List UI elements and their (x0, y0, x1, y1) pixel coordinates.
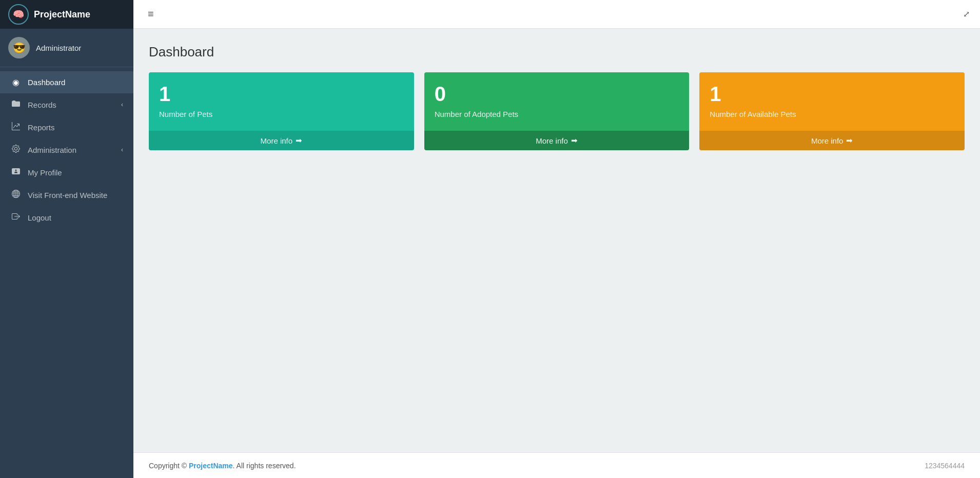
sidebar-item-label: Logout (28, 213, 51, 222)
sidebar: 🧠 ProjectName 😎 Administrator ◉ Dashboar… (0, 0, 133, 478)
dashboard-icon: ◉ (10, 77, 22, 87)
card-available-body: 1 Number of Available Pets (699, 72, 965, 131)
sidebar-header: 🧠 ProjectName (0, 0, 133, 29)
sidebar-item-reports[interactable]: Reports (0, 116, 133, 138)
card-pets-body: 1 Number of Pets (149, 72, 414, 131)
logout-icon (10, 212, 22, 223)
user-name: Administrator (36, 44, 81, 52)
sidebar-item-logout[interactable]: Logout (0, 206, 133, 229)
dashboard-cards: 1 Number of Pets More info ➡ 0 Number of… (149, 72, 965, 150)
sidebar-item-label: Reports (28, 123, 55, 132)
sidebar-item-label: My Profile (28, 168, 62, 177)
arrow-circle-icon: ➡ (296, 136, 302, 145)
page-title: Dashboard (149, 44, 965, 60)
expand-icon[interactable]: ⤢ (963, 9, 970, 19)
sidebar-item-label: Administration (28, 146, 76, 154)
card-pets-label: Number of Pets (159, 110, 404, 118)
menu-toggle-button[interactable]: ≡ (144, 6, 158, 22)
gear-icon (10, 145, 22, 155)
profile-icon (10, 167, 22, 177)
card-adopted-number: 0 (435, 83, 679, 106)
footer: Copyright © ProjectName. All rights rese… (133, 452, 980, 478)
chevron-icon: ‹ (121, 146, 123, 153)
footer-rights: . All rights reserved. (233, 462, 296, 470)
card-pets: 1 Number of Pets More info ➡ (149, 72, 414, 150)
card-available-more-info[interactable]: More info ➡ (699, 131, 965, 150)
card-pets-number: 1 (159, 83, 404, 106)
chart-icon (10, 122, 22, 132)
arrow-circle-icon: ➡ (846, 136, 853, 145)
main-area: ≡ ⤢ Dashboard 1 Number of Pets More info… (133, 0, 980, 478)
avatar: 😎 (8, 37, 30, 58)
card-adopted: 0 Number of Adopted Pets More info ➡ (424, 72, 690, 150)
sidebar-item-administration[interactable]: Administration ‹ (0, 138, 133, 161)
card-available-number: 1 (710, 83, 954, 106)
footer-version: 1234564444 (925, 462, 965, 470)
sidebar-nav: ◉ Dashboard Records ‹ Reports Administra… (0, 67, 133, 478)
footer-copyright: Copyright © ProjectName. All rights rese… (149, 462, 296, 470)
sidebar-item-label: Visit Front-end Website (28, 191, 107, 200)
card-adopted-label: Number of Adopted Pets (435, 110, 679, 118)
app-logo: 🧠 (8, 4, 29, 25)
sidebar-user: 😎 Administrator (0, 29, 133, 67)
folder-icon (10, 99, 22, 110)
card-adopted-body: 0 Number of Adopted Pets (424, 72, 690, 131)
sidebar-item-label: Records (28, 101, 56, 109)
content-area: Dashboard 1 Number of Pets More info ➡ 0… (133, 29, 980, 452)
sidebar-item-frontend[interactable]: Visit Front-end Website (0, 184, 133, 206)
card-pets-more-info[interactable]: More info ➡ (149, 131, 414, 150)
card-adopted-more-info[interactable]: More info ➡ (424, 131, 690, 150)
arrow-circle-icon: ➡ (571, 136, 578, 145)
card-available: 1 Number of Available Pets More info ➡ (699, 72, 965, 150)
sidebar-item-dashboard[interactable]: ◉ Dashboard (0, 71, 133, 93)
logo-icon: 🧠 (13, 9, 24, 20)
chevron-icon: ‹ (121, 101, 123, 108)
topbar: ≡ ⤢ (133, 0, 980, 29)
sidebar-item-label: Dashboard (28, 78, 65, 87)
globe-icon (10, 190, 22, 200)
app-title: ProjectName (34, 9, 90, 20)
footer-copy-text: Copyright © (149, 462, 189, 470)
card-available-label: Number of Available Pets (710, 110, 954, 118)
sidebar-item-records[interactable]: Records ‹ (0, 93, 133, 116)
footer-brand[interactable]: ProjectName (189, 462, 233, 470)
sidebar-item-my-profile[interactable]: My Profile (0, 161, 133, 184)
